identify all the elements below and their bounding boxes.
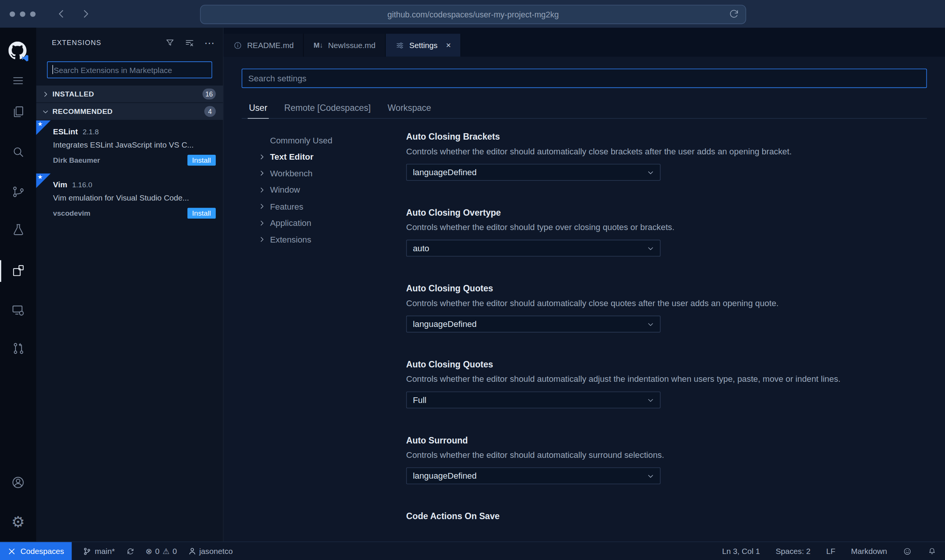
scope-tab-workspace[interactable]: Workspace — [386, 100, 432, 118]
section-label: INSTALLED — [52, 90, 94, 98]
extension-description: Integrates ESLint JavaScript into VS C..… — [53, 140, 216, 149]
settings-search-input[interactable] — [242, 73, 926, 83]
tab-label: NewIssue.md — [328, 40, 375, 50]
forward-icon[interactable] — [80, 8, 91, 19]
toc-features[interactable]: Features — [259, 198, 406, 215]
recommended-count-badge: 4 — [204, 106, 216, 117]
status-bar-right: Ln 3, Col 1 Spaces: 2 LF Markdown — [722, 547, 936, 556]
toc-commonly-used[interactable]: Commonly Used — [259, 132, 406, 149]
text-caret — [52, 65, 53, 74]
toc-window[interactable]: Window — [259, 182, 406, 198]
chevron-down-icon — [647, 397, 654, 403]
editor-group: README.md M↓ NewIssue.md Settings × — [224, 28, 945, 541]
feedback-icon[interactable] — [903, 547, 912, 556]
branch-name: main* — [95, 547, 115, 556]
menu-icon[interactable] — [0, 66, 36, 95]
browser-nav — [56, 8, 91, 19]
section-installed[interactable]: INSTALLED 16 — [36, 86, 223, 103]
remote-explorer-icon[interactable] — [0, 296, 36, 325]
extension-author: Dirk Baeumer — [53, 156, 100, 164]
window-minimize-button[interactable] — [20, 11, 25, 16]
tab-bar: README.md M↓ NewIssue.md Settings × — [224, 28, 945, 56]
install-button[interactable]: Install — [187, 208, 215, 219]
close-icon[interactable]: × — [446, 41, 451, 49]
extensions-search-input[interactable] — [48, 65, 212, 75]
github-logo — [0, 37, 36, 65]
setting-description: Controls whether the editor should autom… — [406, 450, 927, 459]
chevron-right-icon — [259, 154, 265, 160]
sync-status[interactable] — [126, 547, 135, 556]
settings-toc: Commonly Used Text Editor Workbench — [242, 132, 406, 541]
install-button[interactable]: Install — [187, 155, 215, 166]
address-bar[interactable]: github.com/codespaces/user-my-project-mg… — [200, 5, 746, 24]
section-label: RECOMMENDED — [52, 107, 112, 115]
dropdown-value: languageDefined — [413, 168, 477, 177]
signed-in-user[interactable]: jasonetco — [188, 547, 233, 556]
dropdown-value: languageDefined — [413, 471, 477, 481]
extension-item-vim[interactable]: ★ Vim 1.16.0 Vim emulation for Visual St… — [36, 173, 223, 226]
url-text: github.com/codespaces/user-my-project-mg… — [387, 10, 559, 19]
problems-status[interactable]: ⊗ 0 ⚠ 0 — [145, 547, 177, 556]
error-icon: ⊗ — [145, 547, 152, 556]
more-actions-icon[interactable]: ⋯ — [204, 37, 215, 48]
scope-tab-user[interactable]: User — [248, 100, 268, 118]
extension-item-eslint[interactable]: ★ ESLint 2.1.8 Integrates ESLint JavaScr… — [36, 120, 223, 173]
window-close-button[interactable] — [9, 11, 15, 16]
account-icon[interactable] — [0, 468, 36, 497]
chevron-right-icon — [259, 203, 265, 210]
setting-auto-closing-overtype: Auto Closing Overtype Controls whether t… — [406, 208, 927, 257]
setting-dropdown[interactable]: languageDefined — [406, 467, 661, 484]
extension-version: 1.16.0 — [72, 181, 92, 189]
setting-dropdown[interactable]: languageDefined — [406, 164, 661, 181]
notifications-bell-icon[interactable] — [928, 547, 937, 556]
error-count: 0 — [155, 547, 160, 556]
cursor-position[interactable]: Ln 3, Col 1 — [722, 547, 760, 556]
setting-description: Controls whether the editor should autom… — [406, 374, 927, 384]
codespaces-label: Codespaces — [20, 547, 64, 556]
filter-icon[interactable] — [165, 38, 175, 47]
setting-dropdown[interactable]: languageDefined — [406, 316, 661, 333]
info-icon — [233, 40, 242, 50]
extension-version: 2.1.8 — [83, 128, 99, 136]
search-icon[interactable] — [0, 137, 36, 166]
language-mode[interactable]: Markdown — [851, 547, 887, 556]
setting-title: Auto Surround — [406, 436, 927, 445]
chevron-right-icon — [259, 236, 265, 243]
toc-text-editor[interactable]: Text Editor — [259, 148, 406, 165]
run-debug-beaker-icon[interactable] — [0, 215, 36, 244]
toc-application[interactable]: Application — [259, 215, 406, 231]
tab-readme[interactable]: README.md — [224, 34, 304, 56]
sidebar-title: EXTENSIONS — [52, 39, 101, 46]
refresh-icon[interactable] — [728, 8, 740, 20]
indentation[interactable]: Spaces: 2 — [776, 547, 811, 556]
back-icon[interactable] — [56, 8, 67, 19]
pull-request-icon[interactable] — [0, 334, 36, 362]
branch-status[interactable]: main* — [83, 547, 115, 556]
settings-gear-icon[interactable]: ⚙ — [0, 507, 36, 536]
chevron-down-icon — [647, 321, 654, 328]
warning-icon: ⚠ — [162, 547, 170, 556]
tab-settings[interactable]: Settings × — [386, 34, 461, 56]
tune-icon — [395, 40, 404, 50]
tab-newissue[interactable]: M↓ NewIssue.md — [304, 34, 386, 56]
eol-sequence[interactable]: LF — [826, 547, 835, 556]
person-icon — [188, 547, 196, 555]
codespaces-status-button[interactable]: Codespaces — [0, 542, 72, 560]
toc-workbench[interactable]: Workbench — [259, 165, 406, 182]
window-maximize-button[interactable] — [30, 11, 36, 16]
chevron-down-icon — [647, 473, 654, 479]
extension-description: Vim emulation for Visual Studio Code... — [53, 193, 216, 202]
section-recommended[interactable]: RECOMMENDED 4 — [36, 103, 223, 120]
source-control-icon[interactable] — [0, 177, 36, 206]
explorer-icon[interactable] — [0, 97, 36, 126]
scope-tab-remote[interactable]: Remote [Codespaces] — [283, 100, 372, 118]
extensions-icon[interactable] — [0, 257, 36, 285]
setting-title: Auto Closing Quotes — [406, 284, 927, 293]
app-window: github.com/codespaces/user-my-project-mg… — [0, 0, 945, 560]
setting-dropdown[interactable]: auto — [406, 240, 661, 257]
sync-icon — [126, 547, 135, 556]
toc-extensions[interactable]: Extensions — [259, 231, 406, 248]
clear-extensions-filter-icon[interactable] — [184, 37, 195, 48]
setting-title: Auto Closing Brackets — [406, 132, 927, 142]
setting-dropdown[interactable]: Full — [406, 392, 661, 409]
